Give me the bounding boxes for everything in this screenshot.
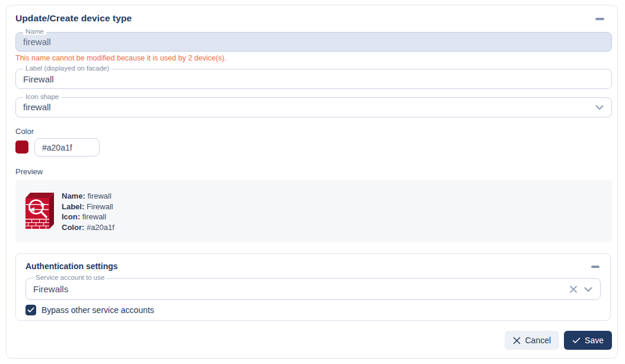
- preview-row-color: Color: #a20a1f: [62, 222, 114, 233]
- color-section-label: Color: [15, 127, 34, 136]
- service-account-value: Firewalls: [26, 279, 600, 299]
- chevron-down-icon[interactable]: [595, 105, 604, 110]
- cancel-x-icon: [513, 337, 521, 344]
- cancel-button[interactable]: Cancel: [505, 331, 559, 350]
- save-button[interactable]: Save: [564, 331, 612, 350]
- save-check-icon: [572, 337, 581, 344]
- checkmark-icon: [27, 307, 34, 313]
- firewall-icon: [23, 190, 56, 230]
- color-hex-input[interactable]: [34, 138, 100, 157]
- action-buttons: Cancel Save: [505, 331, 612, 350]
- preview-section-label: Preview: [15, 167, 43, 176]
- name-input: [16, 33, 611, 51]
- service-account-select[interactable]: Service account to use Firewalls: [25, 278, 601, 300]
- preview-row-label: Label: Firewall: [62, 202, 114, 212]
- name-warning-text: This name cannot be modified because it …: [15, 54, 227, 62]
- collapse-panel-icon[interactable]: [595, 18, 604, 20]
- facade-label-input[interactable]: [16, 69, 611, 88]
- bypass-checkbox[interactable]: [25, 305, 36, 315]
- facade-label-field: Label (displayed on facade): [15, 69, 612, 89]
- icon-shape-value: firewall: [16, 98, 611, 117]
- page-title: Update/Create device type: [15, 13, 132, 24]
- name-field: Name: [15, 32, 612, 52]
- clear-selection-icon[interactable]: [569, 285, 578, 293]
- authentication-settings-title: Authentication settings: [25, 261, 118, 271]
- chevron-down-icon[interactable]: [584, 287, 592, 292]
- preview-box: Name: firewall Label: Firewall Icon: fir…: [15, 180, 612, 242]
- bypass-checkbox-row[interactable]: Bypass other service accounts: [25, 305, 154, 315]
- icon-shape-select[interactable]: Icon shape firewall: [15, 97, 612, 117]
- preview-row-name: Name: firewall: [62, 191, 114, 202]
- preview-row-icon: Icon: firewall: [62, 212, 114, 222]
- cancel-button-label: Cancel: [525, 336, 551, 345]
- authentication-settings-card: Authentication settings Service account …: [15, 253, 611, 321]
- preview-details: Name: firewall Label: Firewall Icon: fir…: [62, 191, 114, 232]
- device-type-panel: Update/Create device type Name This name…: [6, 5, 618, 359]
- collapse-auth-icon[interactable]: [591, 266, 600, 268]
- save-button-label: Save: [585, 336, 604, 345]
- color-swatch[interactable]: [15, 141, 28, 154]
- bypass-checkbox-label: Bypass other service accounts: [42, 305, 154, 315]
